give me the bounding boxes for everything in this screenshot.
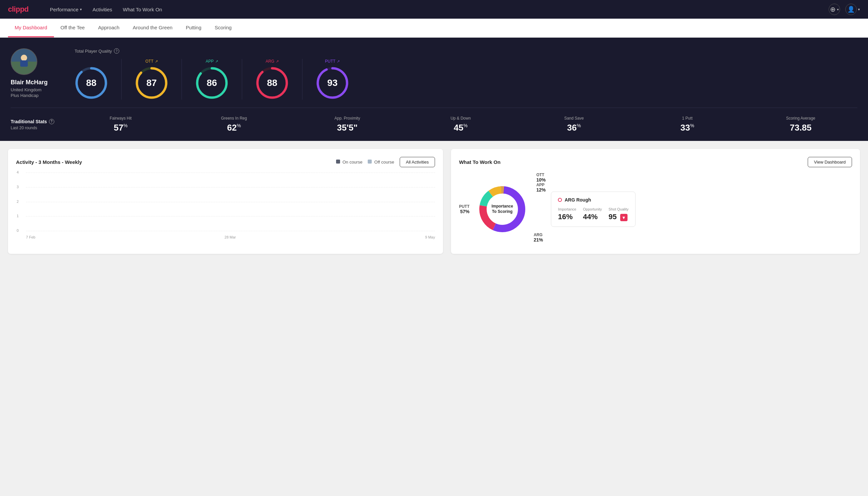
score-ott: OTT ↗ 87 bbox=[122, 59, 182, 99]
stat-greens-in-reg: Greens In Reg 62% bbox=[177, 116, 290, 133]
svg-text:Importance: Importance bbox=[492, 204, 513, 208]
nav-right: ⊕ ▾ 👤 ▾ bbox=[829, 4, 860, 15]
stat-app-proximity: App. Proximity 35'5" bbox=[291, 116, 404, 133]
legend-on-course-label: On course bbox=[343, 159, 362, 165]
highlighted-info-card: ARG Rough Importance 16% Opportunity 44%… bbox=[551, 191, 635, 227]
sub-nav: My Dashboard Off the Tee Approach Around… bbox=[0, 19, 868, 37]
legend-on-course-dot bbox=[336, 159, 340, 164]
nav-activities[interactable]: Activities bbox=[93, 7, 112, 12]
circle-total: 88 bbox=[75, 66, 108, 99]
logo[interactable]: clippd bbox=[8, 5, 29, 14]
x-labels: 7 Feb 28 Mar 9 May bbox=[26, 235, 435, 239]
donut-label-app: APP 12% bbox=[536, 183, 546, 192]
tpq-info-icon[interactable]: ? bbox=[114, 48, 119, 53]
tab-around-the-green[interactable]: Around the Green bbox=[126, 19, 179, 37]
circle-putt: 93 bbox=[316, 66, 349, 99]
traditional-stats: Traditional Stats ? Last 20 rounds Fairw… bbox=[11, 116, 857, 133]
donut-label-putt: PUTT 57% bbox=[459, 204, 469, 214]
tab-off-the-tee[interactable]: Off the Tee bbox=[54, 19, 92, 37]
plus-icon: ⊕ bbox=[830, 5, 836, 13]
shot-quality-badge: ▼ bbox=[620, 214, 628, 221]
circle-ott: 87 bbox=[135, 66, 168, 99]
score-total-label bbox=[91, 59, 92, 64]
putt-arrow-icon: ↗ bbox=[337, 59, 340, 64]
circle-arg: 88 bbox=[255, 66, 289, 99]
chevron-down-icon-user: ▾ bbox=[858, 7, 860, 12]
legend-off-course-label: Off course bbox=[374, 159, 394, 165]
avatar bbox=[11, 48, 37, 75]
add-button[interactable]: ⊕ ▾ bbox=[829, 4, 840, 15]
all-activities-button[interactable]: All Activities bbox=[400, 157, 435, 167]
circle-total-value: 88 bbox=[86, 78, 96, 88]
chevron-down-icon: ▾ bbox=[80, 7, 82, 12]
stat-scoring-average: Scoring Average 73.85 bbox=[744, 116, 857, 133]
score-total: 88 bbox=[75, 59, 122, 99]
what-to-work-on-header: What To Work On View Dashboard bbox=[459, 157, 852, 167]
svg-rect-3 bbox=[20, 60, 28, 67]
circle-app-value: 86 bbox=[206, 78, 217, 88]
score-app-label: APP ↗ bbox=[206, 59, 218, 64]
arg-arrow-icon: ↗ bbox=[276, 59, 279, 64]
view-dashboard-button[interactable]: View Dashboard bbox=[808, 157, 852, 167]
circle-arg-value: 88 bbox=[267, 78, 277, 88]
metric-shot-quality-value: 95 ▼ bbox=[609, 213, 629, 221]
tab-approach[interactable]: Approach bbox=[91, 19, 126, 37]
donut-label-arg: ARG 21% bbox=[534, 233, 543, 243]
info-metrics: Importance 16% Opportunity 44% Shot Qual… bbox=[558, 207, 629, 221]
hero-section: Blair McHarg United Kingdom Plus Handica… bbox=[0, 37, 868, 141]
nav-performance[interactable]: Performance ▾ bbox=[50, 7, 82, 12]
stat-up-and-down: Up & Down 45% bbox=[404, 116, 517, 133]
app-arrow-icon: ↗ bbox=[215, 59, 218, 64]
donut-chart-svg: Importance To Scoring bbox=[476, 183, 529, 236]
stat-fairways-hit: Fairways Hit 57% bbox=[64, 116, 177, 133]
info-card-dot bbox=[558, 198, 562, 202]
nav-add-chevron: ▾ bbox=[837, 7, 839, 11]
x-label-mar: 28 Mar bbox=[224, 235, 236, 239]
metric-opportunity-value: 44% bbox=[583, 213, 602, 221]
score-circles: 88 OTT ↗ 87 bbox=[75, 59, 857, 99]
activity-chart-header: Activity - 3 Months - Weekly On course O… bbox=[16, 157, 435, 167]
circle-ott-value: 87 bbox=[146, 78, 157, 88]
tab-my-dashboard[interactable]: My Dashboard bbox=[8, 19, 54, 37]
donut-label-ott: OTT 10% bbox=[536, 173, 546, 183]
circle-putt-value: 93 bbox=[327, 78, 337, 88]
content-area: Activity - 3 Months - Weekly On course O… bbox=[0, 141, 868, 262]
metric-shot-quality: Shot Quality 95 ▼ bbox=[609, 207, 629, 221]
score-arg-label: ARG ↗ bbox=[266, 59, 279, 64]
bar-chart-bars bbox=[26, 173, 435, 231]
bar-chart-area: 4 3 2 1 0 bbox=[16, 173, 435, 239]
tpq-section: Total Player Quality ? 88 bbox=[75, 48, 857, 99]
tpq-label: Total Player Quality ? bbox=[75, 48, 857, 53]
nav-what-to-work-on[interactable]: What To Work On bbox=[123, 7, 162, 12]
metric-importance-value: 16% bbox=[558, 213, 576, 221]
svg-text:To Scoring: To Scoring bbox=[492, 209, 512, 214]
metric-importance: Importance 16% bbox=[558, 207, 576, 221]
activity-chart-card: Activity - 3 Months - Weekly On course O… bbox=[8, 149, 443, 254]
trad-stats-info-icon[interactable]: ? bbox=[49, 119, 54, 124]
tab-putting[interactable]: Putting bbox=[179, 19, 208, 37]
score-putt-label: PUTT ↗ bbox=[325, 59, 340, 64]
x-label-may: 9 May bbox=[425, 235, 435, 239]
score-app: APP ↗ 86 bbox=[182, 59, 242, 99]
activity-chart-title: Activity - 3 Months - Weekly bbox=[16, 159, 82, 165]
user-menu-button[interactable]: 👤 ▾ bbox=[845, 4, 860, 15]
tab-scoring[interactable]: Scoring bbox=[208, 19, 238, 37]
stat-1-putt: 1 Putt 33% bbox=[631, 116, 744, 133]
what-to-work-on-title: What To Work On bbox=[459, 159, 500, 165]
ott-arrow-icon: ↗ bbox=[155, 59, 158, 64]
nav-links: Performance ▾ Activities What To Work On bbox=[50, 7, 162, 12]
user-icon: 👤 bbox=[845, 4, 857, 15]
info-card-name: ARG Rough bbox=[565, 197, 591, 203]
trad-stats-label: Traditional Stats ? Last 20 rounds bbox=[11, 119, 64, 130]
metric-opportunity: Opportunity 44% bbox=[583, 207, 602, 221]
score-arg: ARG ↗ 88 bbox=[242, 59, 302, 99]
player-name: Blair McHarg bbox=[11, 79, 48, 86]
what-to-work-on-card: What To Work On View Dashboard PUTT 57% … bbox=[451, 149, 860, 254]
x-label-feb: 7 Feb bbox=[26, 235, 35, 239]
player-country: United Kingdom bbox=[11, 87, 42, 92]
info-card-title: ARG Rough bbox=[558, 197, 629, 203]
top-nav: clippd Performance ▾ Activities What To … bbox=[0, 0, 868, 19]
score-putt: PUTT ↗ 93 bbox=[302, 59, 362, 99]
stat-sand-save: Sand Save 36% bbox=[517, 116, 631, 133]
circle-app: 86 bbox=[195, 66, 228, 99]
